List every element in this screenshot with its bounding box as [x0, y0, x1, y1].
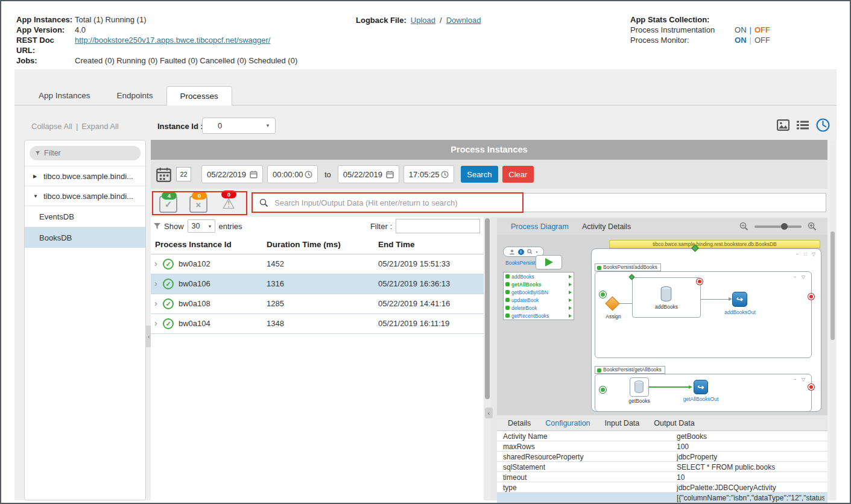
- right-panel-collapse-handle[interactable]: ‹: [485, 408, 493, 418]
- expand-all-link[interactable]: Expand All: [81, 122, 118, 131]
- image-view-button[interactable]: [775, 117, 791, 133]
- zoom-out-icon[interactable]: [739, 222, 748, 231]
- tree-leaf-eventsdb[interactable]: EventsDB: [25, 206, 145, 227]
- getallbooksout-activity-icon[interactable]: ↪: [694, 380, 708, 394]
- end-date-input[interactable]: 05/22/2019: [338, 165, 399, 183]
- monitor-on-toggle[interactable]: ON: [735, 35, 747, 45]
- table-row[interactable]: › ✓ bw0a102 1452 05/21/2019 15:51:33: [151, 254, 484, 274]
- logback-upload-link[interactable]: Upload: [411, 16, 435, 25]
- config-row[interactable]: sqlStatement SELECT * FROM public.books: [497, 462, 827, 472]
- component-box[interactable]: [536, 255, 562, 269]
- instrumentation-off-toggle[interactable]: OFF: [755, 25, 770, 35]
- clear-button[interactable]: Clear: [502, 166, 534, 183]
- table-row[interactable]: › ✓ bw0a104 1348 05/21/2019 16:11:19: [151, 314, 484, 334]
- list-view-button[interactable]: [795, 117, 811, 133]
- page-size-select[interactable]: 30 ▼: [188, 219, 215, 233]
- nav-tabs: App Instances Endpoints Processes: [25, 86, 232, 106]
- page-scrollbar[interactable]: [830, 141, 835, 500]
- tab-activity-details[interactable]: Activity Details: [582, 222, 631, 231]
- tab-input-data[interactable]: Input Data: [605, 419, 640, 427]
- cancelled-filter-button[interactable]: ⚠ 0: [219, 195, 238, 213]
- expand-chevron-icon[interactable]: ›: [154, 298, 157, 308]
- success-filter-button[interactable]: ✓ 4: [159, 196, 177, 213]
- assign-label: Assign: [603, 313, 624, 320]
- page-size-value: 30: [192, 222, 200, 230]
- start-date-input[interactable]: 05/22/2019: [201, 165, 263, 183]
- table-row[interactable]: › ✓ bw0a108 1285 05/22/2019 14:41:16: [151, 294, 484, 314]
- operation-item[interactable]: getRecentBooks: [504, 312, 574, 320]
- config-row[interactable]: maxRows 100: [497, 441, 827, 452]
- collapse-all-link[interactable]: Collapse All: [31, 122, 72, 131]
- operation-item-selected[interactable]: getAllBooks: [504, 280, 574, 288]
- subprocess-getallbooks-label[interactable]: BooksPersist/getAllBooks: [595, 366, 665, 374]
- scrollbar-thumb[interactable]: [485, 218, 490, 399]
- subprocess-addbooks-label[interactable]: BooksPersist/addBooks: [595, 263, 661, 271]
- tab-configuration[interactable]: Configuration: [545, 419, 590, 427]
- tree-node-expanded[interactable]: ▼ tibco.bwce.sample.bindi...: [25, 186, 145, 206]
- zoom-in-icon[interactable]: [808, 222, 817, 231]
- zoom-slider[interactable]: [755, 225, 802, 228]
- failed-filter-button[interactable]: × 0: [189, 196, 207, 213]
- tree-leaf-booksdb[interactable]: BooksDB: [25, 227, 145, 248]
- end-date-value: 05/22/2019: [343, 170, 382, 179]
- table-header: Process Instance Id Duration Time (ms) E…: [151, 235, 484, 254]
- scope-collapse-icons[interactable]: − □ ▽: [796, 251, 817, 257]
- magnifier-icon[interactable]: [527, 249, 533, 254]
- start-event-icon: [599, 386, 606, 393]
- search-button[interactable]: Search: [461, 166, 498, 183]
- col-end-time[interactable]: End Time: [378, 240, 415, 249]
- tab-details[interactable]: Details: [508, 419, 531, 427]
- operation-item[interactable]: updateBook: [504, 296, 574, 304]
- operation-label: getAllBooks: [511, 282, 542, 288]
- tree-filter[interactable]: [30, 146, 141, 160]
- expand-chevron-icon[interactable]: ›: [154, 318, 157, 328]
- col-process-instance-id[interactable]: Process Instance Id: [155, 240, 232, 249]
- error-marker-icon: [697, 279, 703, 285]
- subprocess-collapse-icons[interactable]: − ▽: [794, 274, 807, 280]
- start-time-input[interactable]: 00:00:00: [267, 165, 318, 183]
- logback-download-link[interactable]: Download: [446, 16, 481, 25]
- history-view-button[interactable]: [815, 117, 830, 133]
- config-row-selected[interactable]: [{"columnName":"isbn","dataType":"12","s…: [497, 493, 827, 503]
- tab-app-instances[interactable]: App Instances: [25, 86, 104, 105]
- table-row-selected[interactable]: › ✓ bw0a106 1316 05/21/2019 16:36:13: [151, 274, 484, 294]
- table-filter-input[interactable]: [396, 219, 480, 233]
- operation-item[interactable]: deleteBook: [504, 304, 574, 312]
- config-value: 10: [677, 473, 685, 482]
- operation-item[interactable]: getBookByISBN: [504, 288, 574, 296]
- instrumentation-on-toggle[interactable]: ON: [735, 25, 747, 35]
- tree-node-collapsed[interactable]: ▶ tibco.bwce.sample.bindi...: [25, 166, 145, 186]
- instance-id-select[interactable]: 0 ▼: [202, 118, 276, 134]
- config-row[interactable]: type jdbcPalette:JDBCQueryActivity: [497, 482, 827, 493]
- zoom-slider-thumb[interactable]: [781, 223, 788, 230]
- monitor-off-toggle[interactable]: OFF: [755, 35, 770, 45]
- tab-processes[interactable]: Processes: [166, 86, 232, 106]
- scrollbar-thumb[interactable]: [830, 232, 835, 340]
- tree-node-label: tibco.bwce.sample.bindi...: [43, 192, 133, 201]
- vertical-scrollbar[interactable]: [484, 217, 491, 500]
- expand-chevron-icon[interactable]: ›: [154, 258, 157, 268]
- config-row[interactable]: timeout 10: [497, 472, 827, 482]
- addbooksout-activity-icon[interactable]: ↪: [732, 292, 747, 307]
- io-search-input[interactable]: [274, 198, 826, 207]
- process-diagram-canvas[interactable]: i ▼ tibco.bwce.sample.binding.rest.books…: [497, 235, 827, 415]
- config-row[interactable]: Activity Name getBooks: [497, 431, 827, 441]
- tab-output-data[interactable]: Output Data: [654, 419, 694, 427]
- calendar-icon[interactable]: [156, 166, 172, 183]
- instance-id-label: Instance Id :: [157, 122, 203, 131]
- rest-doc-link[interactable]: http://bookstore250v17.apps.bwce.tibcopc…: [75, 35, 270, 55]
- config-key: Activity Name: [503, 432, 547, 441]
- tree-filter-input[interactable]: [44, 149, 134, 157]
- logback-block: Logback File: Upload / Download: [356, 16, 481, 25]
- tab-process-diagram[interactable]: Process Diagram: [511, 222, 569, 231]
- operation-item[interactable]: addBooks: [504, 272, 574, 280]
- panel-title: Process Instances: [151, 140, 827, 160]
- tab-endpoints[interactable]: Endpoints: [104, 86, 166, 105]
- config-row[interactable]: sharedResourceProperty jdbcProperty: [497, 452, 827, 462]
- operation-icon: [505, 274, 510, 279]
- subprocess-collapse-icons[interactable]: − ▽: [794, 377, 807, 382]
- col-duration[interactable]: Duration Time (ms): [267, 240, 341, 249]
- expand-chevron-icon[interactable]: ›: [154, 278, 157, 288]
- info-icon[interactable]: i: [518, 249, 524, 255]
- end-time-input[interactable]: 17:05:25: [403, 165, 454, 183]
